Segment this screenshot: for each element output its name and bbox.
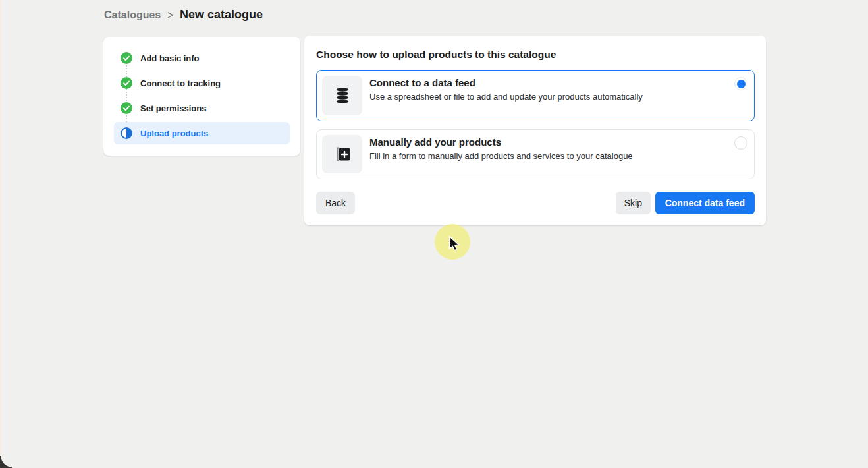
breadcrumb-catalogues-link[interactable]: Catalogues [104,9,161,21]
skip-button[interactable]: Skip [616,192,651,214]
option-texts: Connect to a data feed Use a spreadsheet… [369,77,725,102]
panel-title: Choose how to upload products to this ca… [316,49,556,61]
half-progress-icon [121,127,132,139]
mouse-cursor-icon [448,235,460,252]
step-add-basic-info[interactable]: Add basic info [114,45,290,71]
option-manually-add-products[interactable]: Manually add your products Fill in a for… [316,129,755,179]
option-connect-data-feed[interactable]: Connect to a data feed Use a spreadsheet… [316,70,755,121]
stepper-card: Add basic info Connect to tracking Set p… [103,37,300,156]
window-corner [0,456,12,468]
step-label: Upload products [140,129,208,138]
option-description: Fill in a form to manually add products … [369,151,725,161]
connect-data-feed-button[interactable]: Connect data feed [655,192,755,214]
add-item-icon [333,145,352,163]
step-set-permissions[interactable]: Set permissions [114,96,290,121]
upload-products-panel: Choose how to upload products to this ca… [304,36,766,225]
radio-selected[interactable] [734,77,747,90]
step-upload-products[interactable]: Upload products [114,122,290,144]
check-icon [121,102,132,114]
option-icon-tile [322,135,362,173]
option-description: Use a spreadsheet or file to add and upd… [369,92,725,102]
option-title: Connect to a data feed [369,77,725,88]
database-icon [335,86,350,105]
step-label: Set permissions [140,103,206,113]
page-title: New catalogue [180,8,263,22]
stepper: Add basic info Connect to tracking Set p… [103,37,300,144]
step-connect-to-tracking[interactable]: Connect to tracking [114,71,290,96]
option-icon-tile [322,76,362,115]
radio-unselected[interactable] [734,136,747,150]
back-button[interactable]: Back [316,192,355,214]
window-edge [0,0,1,468]
check-icon [121,52,132,64]
breadcrumb: Catalogues > New catalogue [104,8,263,22]
step-label: Add basic info [140,53,200,63]
step-label: Connect to tracking [140,78,221,88]
check-icon [121,77,132,89]
option-texts: Manually add your products Fill in a for… [369,136,725,161]
breadcrumb-separator-icon: > [167,8,173,22]
page: Catalogues > New catalogue Add basic inf… [0,0,868,468]
option-title: Manually add your products [369,136,725,148]
